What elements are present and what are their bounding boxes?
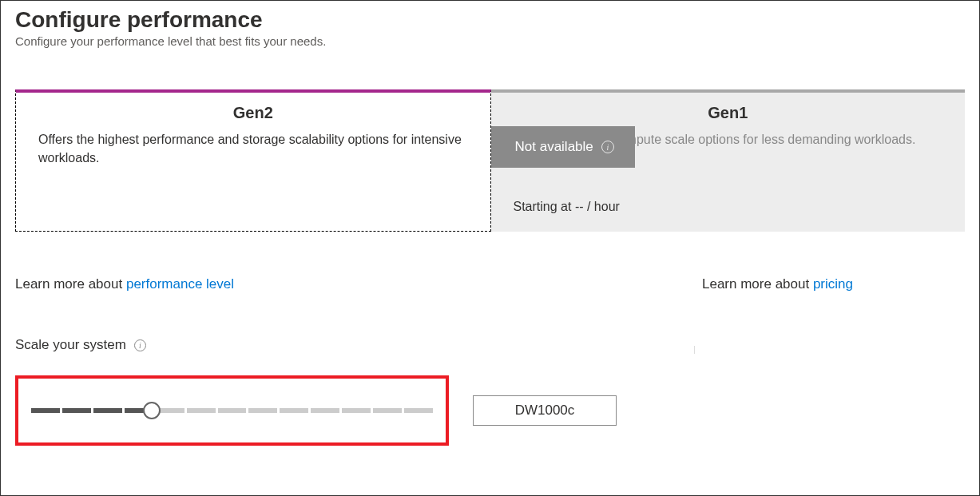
not-available-badge: Not available i: [491, 126, 635, 168]
slider-highlight-box: [15, 375, 449, 446]
generation-tiles: Gen2 Offers the highest performance and …: [15, 89, 965, 232]
slider-thumb[interactable]: [143, 402, 161, 419]
page-header: Configure performance Configure your per…: [15, 7, 965, 48]
tile-gen2-desc: Offers the highest performance and stora…: [38, 130, 468, 167]
tile-gen2-title: Gen2: [38, 104, 468, 122]
learn-more-pricing: Learn more about pricing: [702, 276, 853, 292]
starting-at-text: Starting at -- / hour: [514, 200, 943, 214]
tile-gen1: Gen1 Offers the lowest compute scale opt…: [491, 89, 966, 232]
info-icon[interactable]: i: [134, 339, 146, 351]
learn-more-row: Learn more about performance level Learn…: [15, 276, 965, 292]
tile-gen2[interactable]: Gen2 Offers the highest performance and …: [15, 89, 491, 232]
page-title: Configure performance: [15, 7, 965, 33]
scale-value-box[interactable]: DW1000c: [473, 395, 617, 426]
slider-track: [31, 408, 433, 413]
not-available-text: Not available: [515, 139, 593, 155]
page-subtitle: Configure your performance level that be…: [15, 34, 965, 48]
decorative-mark: [694, 346, 695, 354]
info-icon[interactable]: i: [601, 141, 614, 153]
pricing-link[interactable]: pricing: [813, 276, 853, 292]
scale-label: Scale your system: [15, 337, 126, 353]
performance-level-link[interactable]: performance level: [126, 276, 234, 292]
slider-area: DW1000c: [15, 375, 965, 446]
scale-slider[interactable]: [31, 403, 433, 419]
tile-gen1-title: Gen1: [514, 104, 943, 122]
learn-more-performance: Learn more about performance level: [15, 276, 234, 292]
scale-label-row: Scale your system i: [15, 337, 965, 353]
